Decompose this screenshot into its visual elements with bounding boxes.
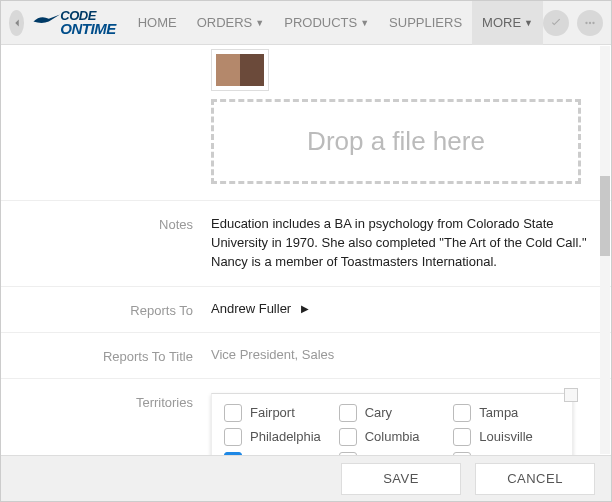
territory-checkbox[interactable] [339,404,357,422]
divider [1,332,611,333]
territory-item: Cary [339,404,446,422]
territory-checkbox[interactable] [224,428,242,446]
vertical-scrollbar[interactable] [600,46,610,454]
nav-item-more[interactable]: MORE▼ [472,1,543,45]
territory-item: Philadelphia [224,428,331,446]
check-icon [549,16,563,30]
reports-to-link[interactable]: Andrew Fuller ▶ [211,301,309,316]
svg-point-0 [585,21,587,23]
logo-text-bottom: ONTIME [60,22,115,36]
cancel-button[interactable]: CANCEL [475,463,595,495]
top-bar: CODE ONTIME HOMEORDERS▼PRODUCTS▼SUPPLIER… [1,1,611,45]
reports-to-title-value: Vice President, Sales [211,347,611,364]
dots-icon [583,16,597,30]
territory-item: Fairport [224,404,331,422]
reports-to-title-label: Reports To Title [1,347,211,364]
notes-value[interactable]: Education includes a BA in psychology fr… [211,215,611,272]
territory-checkbox[interactable] [453,428,471,446]
logo: CODE ONTIME [32,10,115,35]
territory-label: Philadelphia [250,429,321,444]
photo-thumbnail[interactable] [211,49,269,91]
territories-label: Territories [1,393,211,455]
reports-to-value: Andrew Fuller [211,301,291,316]
territory-label: Louisville [479,429,532,444]
file-dropzone[interactable]: Drop a file here [211,99,581,184]
scroll-up-button[interactable] [564,388,578,402]
footer-bar: SAVE CANCEL [1,455,611,501]
territory-label: Fairport [250,405,295,420]
swoosh-icon [32,13,60,33]
divider [1,378,611,379]
territory-checkbox[interactable] [224,404,242,422]
form-content: Drop a file here Notes Education include… [1,45,611,455]
more-actions-button[interactable] [577,10,603,36]
main-nav: HOMEORDERS▼PRODUCTS▼SUPPLIERSMORE▼ [128,1,543,45]
territory-item: Tampa [453,404,560,422]
nav-item-orders[interactable]: ORDERS▼ [187,1,275,45]
chevron-left-icon [10,16,24,30]
territory-item: Louisville [453,428,560,446]
reports-to-label: Reports To [1,301,211,318]
territory-label: Tampa [479,405,518,420]
confirm-button[interactable] [543,10,569,36]
nav-item-products[interactable]: PRODUCTS▼ [274,1,379,45]
territories-picker: FairportCaryTampaPhiladelphiaColumbiaLou… [211,393,573,455]
caret-down-icon: ▼ [255,18,264,28]
nav-item-home[interactable]: HOME [128,1,187,45]
back-button[interactable] [9,10,24,36]
caret-down-icon: ▼ [360,18,369,28]
notes-label: Notes [1,215,211,272]
territory-checkbox[interactable] [339,428,357,446]
svg-point-2 [592,21,594,23]
territory-item: Columbia [339,428,446,446]
chevron-right-icon: ▶ [301,303,309,314]
nav-item-suppliers[interactable]: SUPPLIERS [379,1,472,45]
dropzone-text: Drop a file here [307,126,485,156]
divider [1,286,611,287]
territory-checkbox[interactable] [453,404,471,422]
divider [1,200,611,201]
caret-down-icon: ▼ [524,18,533,28]
svg-point-1 [589,21,591,23]
territory-label: Columbia [365,429,420,444]
save-button[interactable]: SAVE [341,463,461,495]
vertical-scrollbar-thumb[interactable] [600,176,610,256]
territory-label: Cary [365,405,392,420]
